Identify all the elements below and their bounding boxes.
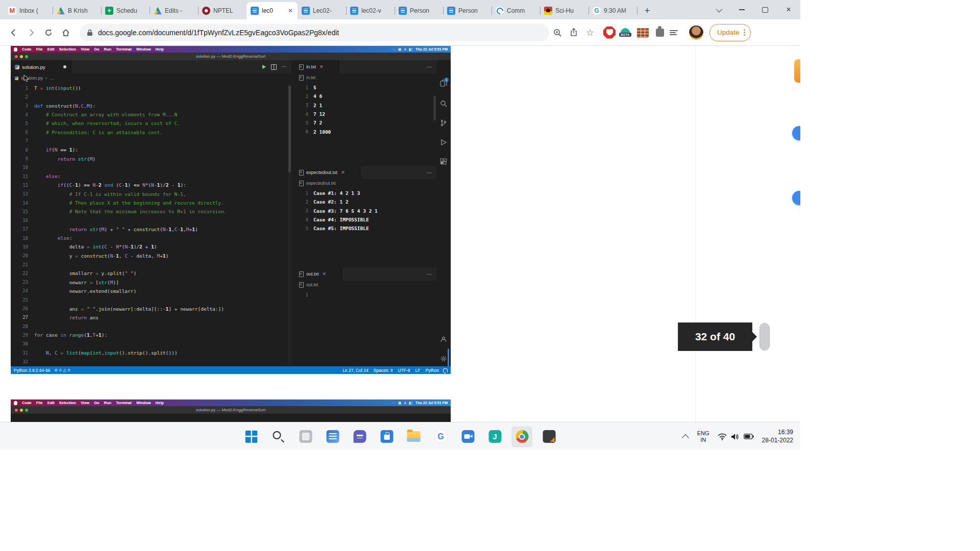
code-area[interactable]: 1T = int(input())23def construct(N,C,M):… bbox=[11, 84, 288, 366]
file-line[interactable]: 4Case #4: IMPOSSIBLE bbox=[295, 215, 432, 224]
new-tab-button[interactable]: + bbox=[640, 4, 654, 18]
editor-scrollbar[interactable] bbox=[288, 84, 291, 366]
photos-taskbar-button[interactable] bbox=[296, 427, 316, 447]
profile-avatar[interactable] bbox=[689, 26, 703, 40]
extensions-icon[interactable] bbox=[440, 158, 447, 165]
home-button[interactable] bbox=[57, 24, 75, 41]
menu-item-file[interactable]: File bbox=[36, 400, 43, 405]
file-lines[interactable]: 1 bbox=[295, 290, 432, 299]
file-line[interactable]: 2Case #2: 1 2 bbox=[295, 197, 432, 206]
menu-item-code[interactable]: Code bbox=[22, 400, 32, 405]
taskbar-clock[interactable]: 16:39 28-01-2022 bbox=[762, 429, 793, 444]
reading-taskbar-button[interactable] bbox=[323, 427, 343, 447]
menu-item-window[interactable]: Window bbox=[136, 400, 151, 405]
beta-extension-icon[interactable]: BETA bbox=[618, 25, 633, 40]
menu-item-selection[interactable]: Selection bbox=[59, 47, 76, 52]
browser-tab[interactable]: 9:30 AM ✕ bbox=[589, 2, 637, 19]
source-control-icon[interactable] bbox=[440, 119, 447, 127]
volume-icon[interactable] bbox=[731, 433, 740, 440]
statusbar-item[interactable]: LF bbox=[415, 368, 421, 373]
menu-item-code[interactable]: Code bbox=[22, 47, 32, 52]
language-indicator[interactable]: ENGIN bbox=[697, 430, 709, 443]
tab-out-txt[interactable]: out.txt ✕ bbox=[295, 267, 342, 281]
menu-item-go[interactable]: Go bbox=[94, 47, 99, 52]
code-line[interactable]: 29for case in range(1,T+1): bbox=[11, 331, 288, 339]
code-line[interactable]: 28 bbox=[11, 322, 288, 331]
bookmark-star-icon[interactable]: ☆ bbox=[582, 24, 598, 41]
code-line[interactable]: 25 bbox=[11, 295, 288, 304]
statusbar-item[interactable]: Spaces: 4 bbox=[374, 368, 393, 373]
account-icon[interactable] bbox=[440, 336, 447, 343]
camera-taskbar-button[interactable] bbox=[458, 427, 478, 447]
file-line[interactable]: 57 2 bbox=[295, 118, 432, 127]
statusbar-item[interactable]: Ln 27, Col 24 bbox=[342, 368, 369, 373]
wall-extension-icon[interactable] bbox=[635, 25, 650, 40]
extensions-puzzle-icon[interactable] bbox=[652, 25, 668, 40]
browser-tab[interactable]: Edits - ✕ bbox=[150, 2, 198, 19]
code-line[interactable]: 4 # Construct an array with elements fro… bbox=[11, 110, 288, 119]
run-debug-icon[interactable] bbox=[440, 139, 447, 146]
wifi-icon[interactable] bbox=[718, 433, 727, 440]
file-line[interactable]: 32 1 bbox=[295, 101, 432, 110]
python-version[interactable]: Python 3.9.5 64-bit bbox=[14, 368, 50, 373]
address-bar[interactable]: docs.google.com/document/d/1fTpWynfZvLzE… bbox=[80, 24, 549, 41]
menu-item-help[interactable]: Help bbox=[156, 47, 164, 52]
code-line[interactable]: 8 if(N == 1): bbox=[11, 145, 288, 154]
browser-tab[interactable]: B Krish ✕ bbox=[53, 2, 101, 19]
browser-tab[interactable]: Inbox ( ✕ bbox=[4, 2, 53, 19]
file-line[interactable]: 3Case #3: 7 6 5 4 3 2 1 bbox=[295, 207, 432, 215]
tab-close-icon[interactable]: ✕ bbox=[323, 271, 327, 277]
panel-more-icon[interactable]: ⋯ bbox=[427, 64, 432, 70]
browser-tab[interactable]: lec0 ✕ bbox=[247, 2, 298, 19]
back-button[interactable] bbox=[5, 24, 22, 41]
panel-more-icon[interactable]: ⋯ bbox=[427, 170, 432, 176]
minimize-button[interactable] bbox=[730, 0, 753, 19]
battery-icon[interactable] bbox=[744, 434, 754, 439]
file-line[interactable]: 62 1000 bbox=[295, 127, 432, 136]
menu-item-run[interactable]: Run bbox=[104, 400, 112, 405]
code-line[interactable]: 24 newarr.extend(smallarr) bbox=[11, 287, 288, 295]
tab-search-chevron-icon[interactable] bbox=[706, 0, 730, 19]
search-icon[interactable] bbox=[440, 100, 447, 107]
file-line[interactable]: 24 6 bbox=[295, 92, 432, 101]
tab-close-icon[interactable]: ✕ bbox=[287, 7, 293, 14]
code-line[interactable]: 3def construct(N,C,M): bbox=[11, 102, 288, 110]
start-taskbar-button[interactable] bbox=[241, 427, 262, 447]
code-line[interactable]: 12 if((C-1) >= N-2 and (C-1) <= N*(N-1)/… bbox=[11, 181, 288, 189]
problems-indicator[interactable]: ⊘0 △0 bbox=[54, 368, 70, 372]
run-file-icon[interactable] bbox=[262, 65, 266, 69]
playlist-extension-icon[interactable] bbox=[670, 25, 685, 40]
menu-item-window[interactable]: Window bbox=[136, 47, 151, 52]
file-line[interactable]: 47 12 bbox=[295, 110, 432, 118]
adblock-extension-icon[interactable] bbox=[603, 27, 616, 39]
browser-tab[interactable]: Sci-Hu ✕ bbox=[540, 2, 589, 19]
store-taskbar-button[interactable] bbox=[377, 427, 397, 447]
code-line[interactable]: 2 bbox=[11, 92, 288, 101]
menu-item-terminal[interactable]: Terminal bbox=[116, 47, 132, 52]
code-line[interactable]: 7 bbox=[11, 137, 288, 145]
tab-close-icon[interactable]: ✕ bbox=[341, 170, 345, 175]
chat-taskbar-button[interactable] bbox=[350, 427, 370, 447]
panel-scrollbar[interactable] bbox=[433, 96, 436, 120]
code-line[interactable]: 30 bbox=[11, 340, 288, 348]
edge-widget-blue[interactable] bbox=[792, 191, 800, 205]
code-line[interactable]: 18 else: bbox=[11, 234, 288, 242]
tab-in-txt[interactable]: in.txt ✕ bbox=[295, 60, 339, 73]
code-line[interactable]: 26 ans = " ".join(newarr[:delta][::-1] +… bbox=[11, 304, 288, 313]
browser-tab[interactable]: Lec02- ✕ bbox=[298, 2, 346, 19]
menu-item-selection[interactable]: Selection bbox=[59, 400, 76, 405]
code-line[interactable]: 22 smallarr = y.split(" ") bbox=[11, 269, 288, 278]
file-line[interactable]: 15 bbox=[295, 83, 432, 92]
code-line[interactable]: 1T = int(input()) bbox=[11, 84, 288, 92]
hidden-icons-chevron[interactable] bbox=[682, 434, 689, 441]
search-taskbar-button[interactable] bbox=[268, 427, 289, 447]
code-line[interactable]: 32 bbox=[11, 357, 288, 366]
file-line[interactable]: 5Case #5: IMPOSSIBLE bbox=[295, 224, 432, 233]
panel-more-icon[interactable]: ⋯ bbox=[427, 271, 432, 277]
code-line[interactable]: 16 bbox=[11, 216, 288, 224]
menu-item-go[interactable]: Go bbox=[94, 400, 99, 405]
menu-item-edit[interactable]: Edit bbox=[47, 400, 55, 405]
update-button[interactable]: Update bbox=[709, 24, 751, 41]
file-line[interactable]: 1Case #1: 4 2 1 3 bbox=[295, 189, 432, 197]
code-line[interactable]: 23 newarr = [str(M)] bbox=[11, 278, 288, 287]
